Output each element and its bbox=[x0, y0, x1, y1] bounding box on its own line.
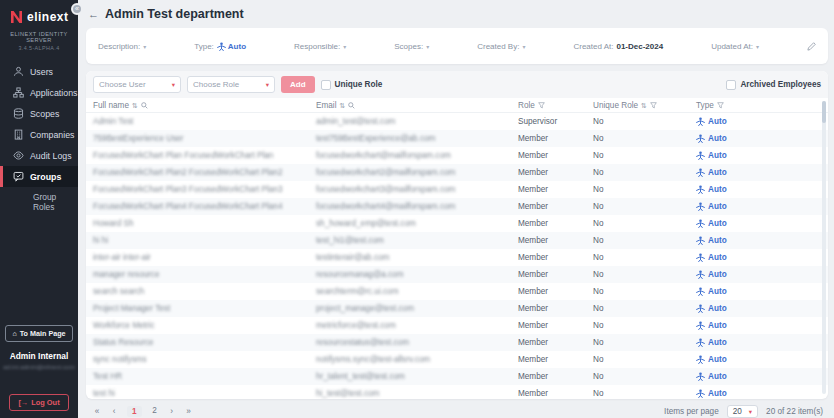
sidebar-item-users[interactable]: Users bbox=[0, 61, 78, 82]
table-row: Admin Testadmin_test@test.comSupervisorN… bbox=[86, 113, 828, 130]
choose-role-select[interactable]: Choose Role ▾ bbox=[187, 76, 275, 93]
col-unique-role[interactable]: Unique Role ⇅ bbox=[593, 101, 696, 110]
cell-email: project_manage@test.com bbox=[316, 304, 518, 313]
cell-type-auto[interactable]: Auto bbox=[696, 321, 821, 330]
filter-updated-at-label: Updated At: bbox=[711, 42, 753, 51]
cell-type-auto[interactable]: Auto bbox=[696, 304, 821, 313]
sidebar-item-scopes[interactable]: Scopes bbox=[0, 103, 78, 124]
page-prev-button[interactable]: ‹ bbox=[110, 407, 118, 416]
unique-role-checkbox[interactable]: Unique Role bbox=[321, 80, 383, 90]
table-row: test hihi_test@test.comMemberNoAuto bbox=[86, 385, 828, 399]
col-role[interactable]: Role bbox=[518, 101, 593, 110]
cell-type-auto[interactable]: Auto bbox=[696, 219, 821, 228]
cell-role: Member bbox=[518, 270, 593, 279]
cell-unique-role: No bbox=[593, 151, 696, 160]
cell-full-name: Project Manager Test bbox=[93, 304, 316, 313]
sort-icon[interactable]: ⇅ bbox=[339, 102, 345, 109]
auto-robot-icon bbox=[696, 338, 705, 347]
items-per-page-select[interactable]: 20 ▾ bbox=[727, 405, 758, 418]
app-version: 3.4.5-ALPHA.4 bbox=[0, 45, 78, 51]
edit-pencil-icon[interactable] bbox=[807, 42, 816, 51]
app-logo[interactable]: elinext bbox=[0, 0, 78, 28]
page-last-button[interactable]: » bbox=[185, 407, 193, 416]
auto-robot-icon bbox=[696, 389, 705, 398]
cell-type-auto[interactable]: Auto bbox=[696, 151, 821, 160]
sidebar-item-label: Audit Logs bbox=[30, 151, 72, 161]
cell-type-auto[interactable]: Auto bbox=[696, 134, 821, 143]
filter-updated-at[interactable]: Updated At: ▾ bbox=[711, 42, 759, 51]
cell-unique-role: No bbox=[593, 134, 696, 143]
cell-type-auto[interactable]: Auto bbox=[696, 372, 821, 381]
table-row: search searchsearchterm@rc.ui.comMemberN… bbox=[86, 283, 828, 300]
cell-type-auto[interactable]: Auto bbox=[696, 117, 821, 126]
cell-full-name: hi hi bbox=[93, 236, 316, 245]
filter-icon[interactable] bbox=[650, 102, 657, 109]
cell-type-auto[interactable]: Auto bbox=[696, 202, 821, 211]
col-email[interactable]: Email ⇅ bbox=[316, 101, 518, 110]
page-first-button[interactable]: « bbox=[93, 407, 101, 416]
filter-scopes[interactable]: Scopes: ▾ bbox=[394, 42, 429, 51]
sidebar-item-companies[interactable]: Companies bbox=[0, 124, 78, 145]
main-content: ← Admin Test department Description: ▾ T… bbox=[78, 0, 834, 418]
sidebar-item-group-roles[interactable]: Group Roles bbox=[0, 187, 78, 217]
cell-unique-role: No bbox=[593, 117, 696, 126]
col-full-name[interactable]: Full name ⇅ bbox=[93, 101, 316, 110]
page-button-2[interactable]: 2 bbox=[151, 406, 159, 417]
log-out-button[interactable]: [→ Log Out bbox=[9, 394, 68, 411]
filter-icon[interactable] bbox=[538, 102, 545, 109]
audit-icon bbox=[13, 150, 24, 161]
add-button[interactable]: Add bbox=[281, 76, 315, 93]
cell-unique-role: No bbox=[593, 338, 696, 347]
cell-type-auto[interactable]: Auto bbox=[696, 253, 821, 262]
page-button-1[interactable]: 1 bbox=[127, 406, 142, 417]
search-icon[interactable] bbox=[141, 102, 148, 109]
type-auto-toggle[interactable]: Auto bbox=[217, 42, 246, 51]
filter-created-by[interactable]: Created By: ▾ bbox=[477, 42, 525, 51]
cell-email: resourcestatus@test.com bbox=[316, 338, 518, 347]
items-per-page-value: 20 bbox=[733, 407, 742, 416]
cell-type-auto[interactable]: Auto bbox=[696, 389, 821, 398]
table-scrollbar[interactable] bbox=[822, 101, 826, 394]
sidebar-item-groups[interactable]: Groups bbox=[0, 166, 78, 187]
cell-full-name: Workforce Metric bbox=[93, 321, 316, 330]
pagination-right: Items per page 20 ▾ 20 of 22 item(s) bbox=[664, 405, 823, 418]
filter-responsible[interactable]: Responsible: ▾ bbox=[294, 42, 346, 51]
filter-icon[interactable] bbox=[717, 102, 724, 109]
cell-type-label: Auto bbox=[708, 117, 727, 126]
sidebar-item-audit-logs[interactable]: Audit Logs bbox=[0, 145, 78, 166]
cell-type-auto[interactable]: Auto bbox=[696, 338, 821, 347]
sidebar-item-label: Group Roles bbox=[33, 192, 72, 212]
cell-type-auto[interactable]: Auto bbox=[696, 270, 821, 279]
logo-text: elinext bbox=[27, 10, 69, 24]
archived-employees-label: Archived Employees bbox=[740, 80, 821, 89]
cell-email: searchterm@rc.ui.com bbox=[316, 287, 518, 296]
cell-type-auto[interactable]: Auto bbox=[696, 236, 821, 245]
cell-full-name: sync notifysms bbox=[93, 355, 316, 364]
cell-type-auto[interactable]: Auto bbox=[696, 355, 821, 364]
filter-created-at[interactable]: Created At: 01-Dec-2024 bbox=[573, 42, 663, 51]
cell-email: hi_test@test.com bbox=[316, 389, 518, 398]
scrollbar-thumb[interactable] bbox=[822, 101, 826, 123]
filter-created-at-label: Created At: bbox=[573, 42, 613, 51]
cell-type-auto[interactable]: Auto bbox=[696, 168, 821, 177]
sidebar-collapse-button[interactable]: « bbox=[71, 3, 83, 15]
cell-type-auto[interactable]: Auto bbox=[696, 287, 821, 296]
page-next-button[interactable]: › bbox=[168, 407, 176, 416]
col-type[interactable]: Type bbox=[696, 101, 821, 110]
cell-unique-role: No bbox=[593, 287, 696, 296]
sort-icon[interactable]: ⇅ bbox=[641, 102, 647, 109]
to-main-page-label: To Main Page bbox=[20, 329, 66, 338]
checkbox-icon bbox=[726, 80, 736, 90]
auto-robot-icon bbox=[696, 321, 705, 330]
archived-employees-checkbox[interactable]: Archived Employees bbox=[726, 80, 821, 90]
to-main-page-button[interactable]: ⌂ To Main Page bbox=[5, 325, 72, 342]
sort-icon[interactable]: ⇅ bbox=[132, 102, 138, 109]
search-icon[interactable] bbox=[348, 102, 355, 109]
cell-type-label: Auto bbox=[708, 287, 727, 296]
choose-user-select[interactable]: Choose User ▾ bbox=[93, 76, 181, 93]
cell-unique-role: No bbox=[593, 372, 696, 381]
filter-description[interactable]: Description: ▾ bbox=[98, 42, 146, 51]
sidebar-item-applications[interactable]: Applications bbox=[0, 82, 78, 103]
cell-type-auto[interactable]: Auto bbox=[696, 185, 821, 194]
back-arrow-icon[interactable]: ← bbox=[88, 8, 99, 20]
